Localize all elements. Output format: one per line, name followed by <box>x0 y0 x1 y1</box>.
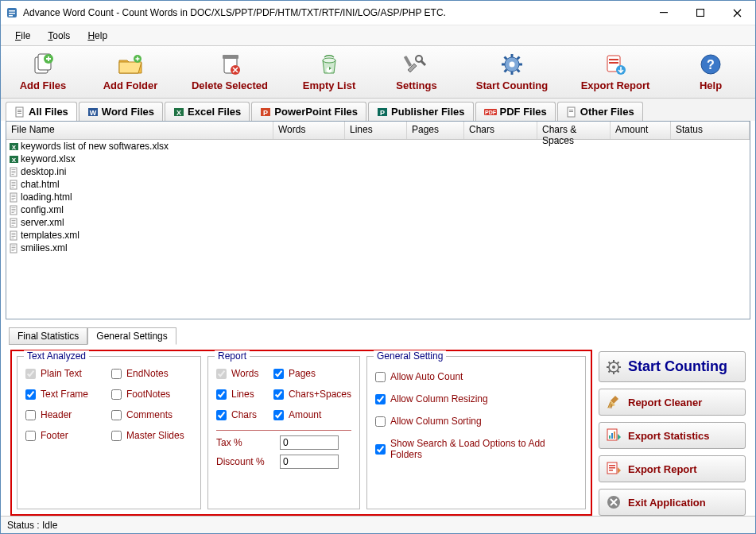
chk-lines[interactable]: Lines <box>216 389 269 400</box>
col-pages[interactable]: Pages <box>407 122 464 139</box>
chk-chars-spaces[interactable]: Chars+Spaces <box>273 389 351 400</box>
discount-input[interactable] <box>280 455 339 469</box>
file-type-icon <box>8 205 19 215</box>
word-icon: W <box>87 106 99 118</box>
table-row[interactable]: config.xml <box>6 203 750 216</box>
add-folder-button[interactable]: Add Folder <box>88 49 173 93</box>
tab-pdf-files[interactable]: PDFPDF Files <box>475 102 556 121</box>
table-row[interactable]: desktop.ini <box>6 165 750 178</box>
report-group: Report Words Pages Lines Chars+Spaces Ch… <box>207 356 360 509</box>
col-filename[interactable]: File Name <box>6 122 273 139</box>
table-row[interactable]: chat.html <box>6 178 750 191</box>
text-analyzed-group: Text Analyzed Plain Text EndNotes Text F… <box>17 356 201 509</box>
col-words[interactable]: Words <box>273 122 345 139</box>
tax-input[interactable] <box>280 435 339 450</box>
tab-ppt-files[interactable]: PPowerPoint Files <box>251 102 366 121</box>
svg-point-82 <box>612 366 615 369</box>
file-name-cell: chat.html <box>19 179 60 190</box>
svg-rect-2 <box>9 13 15 14</box>
chk-plain-text[interactable]: Plain Text <box>25 368 107 379</box>
tab-all-files[interactable]: All Files <box>6 102 77 121</box>
svg-rect-69 <box>11 223 15 224</box>
svg-rect-47 <box>11 169 15 170</box>
start-counting-main-button[interactable]: Start Counting <box>599 351 746 382</box>
tab-final-statistics[interactable]: Final Statistics <box>9 327 87 345</box>
broom-icon <box>606 394 622 410</box>
svg-text:PDF: PDF <box>485 110 497 115</box>
help-button[interactable]: ? Help <box>669 49 753 93</box>
settings-tools-icon <box>403 52 430 76</box>
svg-rect-71 <box>10 231 17 240</box>
menu-tools[interactable]: Tools <box>40 29 78 43</box>
menubar: File Tools Help <box>1 25 755 46</box>
export-icon <box>603 52 627 76</box>
col-status[interactable]: Status <box>671 122 750 139</box>
tab-word-files[interactable]: WWord Files <box>79 102 163 121</box>
tab-excel-files[interactable]: XExcel Files <box>165 102 250 121</box>
chk-footnotes[interactable]: FootNotes <box>111 389 192 400</box>
tab-publisher-files[interactable]: PPublisher Files <box>368 102 473 121</box>
chk-endnotes[interactable]: EndNotes <box>111 368 192 379</box>
table-row[interactable]: loading.html <box>6 191 750 203</box>
close-button[interactable] <box>719 1 755 25</box>
report-cleaner-button[interactable]: Report Cleaner <box>599 389 746 416</box>
settings-button[interactable]: Settings <box>374 49 459 93</box>
col-chars[interactable]: Chars <box>464 122 537 139</box>
file-type-icon <box>8 243 19 253</box>
chk-column-sorting[interactable]: Allow Column Sorting <box>375 416 577 427</box>
table-row[interactable]: templates.xml <box>6 229 750 242</box>
chk-text-frame[interactable]: Text Frame <box>25 389 107 400</box>
svg-rect-63 <box>11 209 15 210</box>
menu-file[interactable]: File <box>7 29 38 43</box>
file-type-icon <box>8 218 19 228</box>
svg-rect-54 <box>11 185 15 186</box>
grid-body[interactable]: Xkeywords list of new softwares.xlsxXkey… <box>6 140 750 319</box>
lower-panel: Text Analyzed Plain Text EndNotes Text F… <box>6 350 750 516</box>
svg-text:X: X <box>11 157 16 164</box>
svg-text:W: W <box>90 109 97 117</box>
table-row[interactable]: smilies.xml <box>6 242 750 254</box>
col-lines[interactable]: Lines <box>345 122 407 139</box>
file-name-cell: desktop.ini <box>19 166 66 177</box>
statusbar: Status : Idle <box>1 516 755 533</box>
table-row[interactable]: server.xml <box>6 216 750 229</box>
empty-list-button[interactable]: Empty List <box>287 49 371 93</box>
menu-help[interactable]: Help <box>79 29 115 43</box>
chk-words[interactable]: Words <box>216 368 269 379</box>
discount-label: Discount % <box>216 456 275 467</box>
chk-master-slides[interactable]: Master Slides <box>111 430 192 441</box>
export-report-button[interactable]: Export Report <box>565 49 665 93</box>
tab-general-settings[interactable]: General Settings <box>87 327 176 345</box>
delete-selected-button[interactable]: Delete Selected <box>176 49 284 93</box>
file-icon <box>14 106 25 118</box>
tab-other-files[interactable]: Other Files <box>557 102 643 121</box>
add-files-button[interactable]: Add Files <box>1 49 85 93</box>
export-statistics-button[interactable]: Export Statistics <box>599 422 746 449</box>
table-row[interactable]: Xkeywords list of new softwares.xlsx <box>6 140 750 153</box>
chk-comments[interactable]: Comments <box>111 409 192 420</box>
lower-tabs: Final Statistics General Settings <box>9 327 755 345</box>
maximize-button[interactable] <box>682 1 719 25</box>
chk-column-resizing[interactable]: Allow Column Resizing <box>375 393 577 404</box>
file-type-tabs: All Files WWord Files XExcel Files PPowe… <box>1 99 755 121</box>
start-counting-button[interactable]: Start Counting <box>462 49 562 93</box>
chk-show-search-load[interactable]: Show Search & Load Options to Add Folder… <box>375 438 577 460</box>
table-row[interactable]: Xkeyword.xlsx <box>6 153 750 165</box>
file-type-icon: X <box>8 154 19 164</box>
chk-auto-count[interactable]: Allow Auto Count <box>375 371 577 382</box>
chk-pages[interactable]: Pages <box>273 368 351 379</box>
col-chars-spaces[interactable]: Chars & Spaces <box>537 122 611 139</box>
chk-footer[interactable]: Footer <box>25 430 107 441</box>
svg-rect-51 <box>10 180 17 189</box>
chk-amount[interactable]: Amount <box>273 409 351 420</box>
svg-rect-68 <box>11 222 15 222</box>
file-name-cell: keyword.xlsx <box>19 153 76 164</box>
col-amount[interactable]: Amount <box>611 122 671 139</box>
tax-label: Tax % <box>216 437 275 448</box>
chk-header[interactable]: Header <box>25 409 107 420</box>
chk-chars[interactable]: Chars <box>216 409 269 420</box>
file-name-cell: server.xml <box>19 217 64 228</box>
minimize-button[interactable] <box>646 1 682 25</box>
export-report-side-button[interactable]: Export Report <box>599 455 746 482</box>
exit-application-button[interactable]: Exit Application <box>599 489 746 516</box>
